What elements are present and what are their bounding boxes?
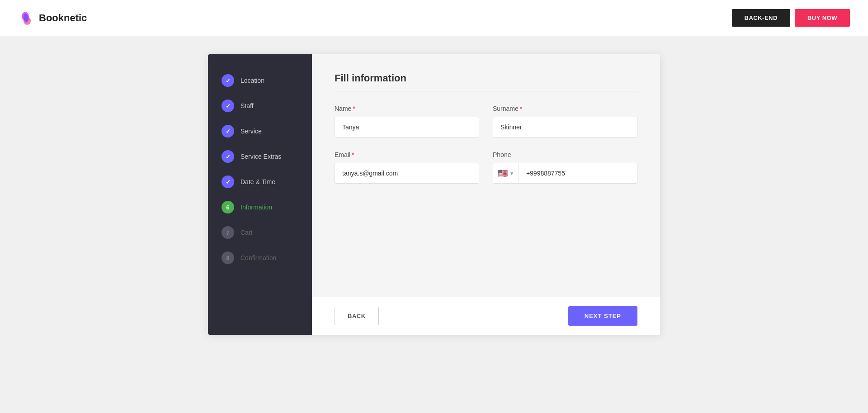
sidebar-label-service: Service xyxy=(241,128,262,135)
sidebar-label-confirmation: Confirmation xyxy=(241,254,276,261)
name-surname-row: Name* Surname* xyxy=(335,105,637,138)
sidebar-item-service-extras[interactable]: ✓ Service Extras xyxy=(208,144,312,169)
sidebar-item-information[interactable]: 6 Information xyxy=(208,195,312,220)
logo-text: Booknetic xyxy=(39,12,87,24)
sidebar-label-staff: Staff xyxy=(241,102,254,109)
name-group: Name* xyxy=(335,105,479,138)
step-badge-staff: ✓ xyxy=(222,100,234,112)
email-label: Email* xyxy=(335,151,479,158)
sidebar-item-service[interactable]: ✓ Service xyxy=(208,119,312,144)
header-buttons: BACK-END BUY NOW xyxy=(732,9,850,27)
email-phone-row: Email* Phone 🇺🇸 ▼ xyxy=(335,151,637,184)
step-badge-date-time: ✓ xyxy=(222,176,234,188)
sidebar-label-location: Location xyxy=(241,77,264,84)
sidebar: ✓ Location ✓ Staff ✓ Service ✓ xyxy=(208,54,312,335)
header: Booknetic BACK-END BUY NOW xyxy=(0,0,868,36)
main-content: Fill information Name* Surname* xyxy=(312,54,660,335)
surname-group: Surname* xyxy=(493,105,637,138)
sidebar-label-date-time: Date & Time xyxy=(241,178,275,185)
sidebar-label-cart: Cart xyxy=(241,229,252,236)
email-input[interactable] xyxy=(335,163,479,184)
booking-container: ✓ Location ✓ Staff ✓ Service ✓ xyxy=(208,54,660,335)
email-group: Email* xyxy=(335,151,479,184)
form-area: Fill information Name* Surname* xyxy=(312,54,660,297)
back-button[interactable]: BACK xyxy=(335,307,379,325)
name-label: Name* xyxy=(335,105,479,112)
step-badge-information: 6 xyxy=(222,201,234,214)
name-input[interactable] xyxy=(335,117,479,138)
flag-emoji: 🇺🇸 xyxy=(498,168,508,178)
surname-label: Surname* xyxy=(493,105,637,112)
sidebar-label-service-extras: Service Extras xyxy=(241,153,281,160)
sidebar-item-confirmation[interactable]: 8 Confirmation xyxy=(208,245,312,271)
surname-input[interactable] xyxy=(493,117,637,138)
phone-flag-selector[interactable]: 🇺🇸 ▼ xyxy=(493,163,519,183)
step-badge-confirmation: 8 xyxy=(222,252,234,264)
logo-icon xyxy=(18,10,34,26)
step-badge-cart: 7 xyxy=(222,226,234,239)
sidebar-item-location[interactable]: ✓ Location xyxy=(208,68,312,93)
backend-button[interactable]: BACK-END xyxy=(732,9,790,27)
step-badge-service: ✓ xyxy=(222,125,234,138)
step-badge-location: ✓ xyxy=(222,74,234,87)
chevron-down-icon: ▼ xyxy=(509,171,514,176)
phone-input[interactable] xyxy=(519,163,637,183)
form-footer: BACK NEXT STEP xyxy=(312,297,660,335)
logo: Booknetic xyxy=(18,10,87,26)
form-title: Fill information xyxy=(335,72,637,91)
sidebar-item-staff[interactable]: ✓ Staff xyxy=(208,93,312,119)
step-badge-service-extras: ✓ xyxy=(222,150,234,163)
phone-group: Phone 🇺🇸 ▼ xyxy=(493,151,637,184)
sidebar-item-cart[interactable]: 7 Cart xyxy=(208,220,312,245)
phone-input-wrapper: 🇺🇸 ▼ xyxy=(493,163,637,184)
phone-label: Phone xyxy=(493,151,637,158)
buynow-button[interactable]: BUY NOW xyxy=(795,9,850,27)
sidebar-item-date-time[interactable]: ✓ Date & Time xyxy=(208,169,312,195)
next-step-button[interactable]: NEXT STEP xyxy=(568,306,637,326)
main-wrapper: ✓ Location ✓ Staff ✓ Service ✓ xyxy=(0,36,868,353)
sidebar-label-information: Information xyxy=(241,204,272,211)
